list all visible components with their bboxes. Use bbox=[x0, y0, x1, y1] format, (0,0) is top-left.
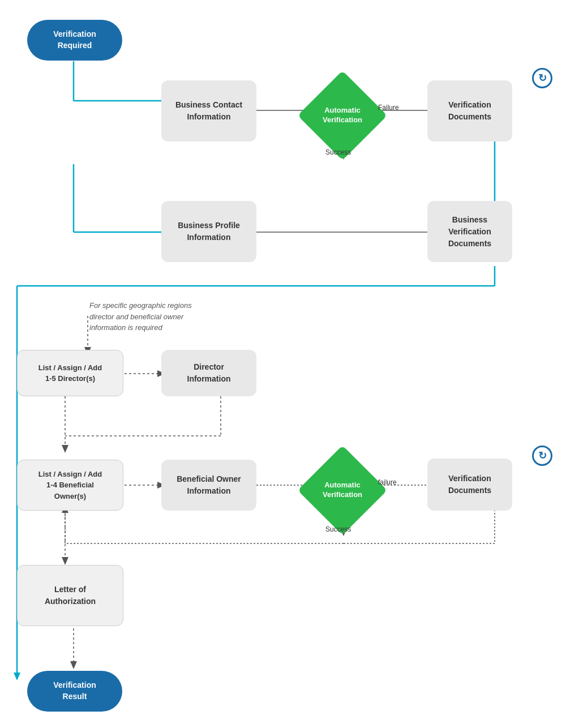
beneficial-owner-label: Beneficial Owner Information bbox=[177, 473, 241, 497]
refresh-icon-1[interactable]: ↻ bbox=[532, 68, 552, 88]
business-contact-node: Business Contact Information bbox=[161, 80, 256, 142]
auto-verification-1-node: Automatic Verification bbox=[311, 84, 374, 147]
business-verification-docs-label: Business Verification Documents bbox=[448, 214, 491, 250]
business-verification-docs-node: Business Verification Documents bbox=[427, 201, 512, 262]
svg-marker-18 bbox=[14, 673, 20, 680]
failure-label-1: Failure bbox=[378, 104, 399, 112]
verification-docs-2-node: Verification Documents bbox=[427, 459, 512, 511]
verification-result-label: Verification Result bbox=[53, 680, 96, 702]
success-label-1: Success bbox=[325, 148, 351, 156]
geo-note: For specific geographic regions director… bbox=[89, 300, 192, 333]
list-owners-node: List / Assign / Add 1-4 Beneficial Owner… bbox=[17, 460, 123, 511]
success-label-2: Success bbox=[325, 525, 351, 533]
svg-marker-24 bbox=[62, 445, 68, 453]
auto-verification-1-label: Automatic Verification bbox=[323, 106, 362, 125]
auto-verification-2-label: Automatic Verification bbox=[323, 481, 362, 500]
refresh-icon-2[interactable]: ↻ bbox=[532, 446, 552, 466]
verification-required-label: Verification Required bbox=[53, 29, 96, 51]
list-directors-label: List / Assign / Add 1-5 Director(s) bbox=[38, 362, 102, 384]
director-info-node: Director Information bbox=[161, 350, 256, 396]
verification-docs-1-label: Verification Documents bbox=[448, 99, 491, 123]
svg-marker-43 bbox=[70, 661, 77, 669]
verification-result-node: Verification Result bbox=[27, 671, 122, 712]
business-profile-label: Business Profile Information bbox=[178, 220, 240, 243]
business-contact-label: Business Contact Information bbox=[175, 99, 242, 123]
director-info-label: Director Information bbox=[187, 361, 231, 385]
beneficial-owner-node: Beneficial Owner Information bbox=[161, 460, 256, 511]
letter-auth-label: Letter of Authorization bbox=[45, 584, 96, 607]
list-owners-label: List / Assign / Add 1-4 Beneficial Owner… bbox=[38, 469, 102, 502]
auto-verification-2-node: Automatic Verification bbox=[311, 459, 374, 522]
list-directors-node: List / Assign / Add 1-5 Director(s) bbox=[17, 350, 123, 396]
letter-auth-node: Letter of Authorization bbox=[17, 565, 123, 626]
business-profile-node: Business Profile Information bbox=[161, 201, 256, 262]
verification-required-node: Verification Required bbox=[27, 20, 122, 61]
svg-marker-41 bbox=[62, 557, 68, 565]
verification-docs-2-label: Verification Documents bbox=[448, 473, 491, 496]
failure-label-2: failure bbox=[378, 478, 397, 486]
diagram: Verification Required Business Contact I… bbox=[0, 0, 566, 728]
verification-docs-1-node: Verification Documents bbox=[427, 80, 512, 142]
